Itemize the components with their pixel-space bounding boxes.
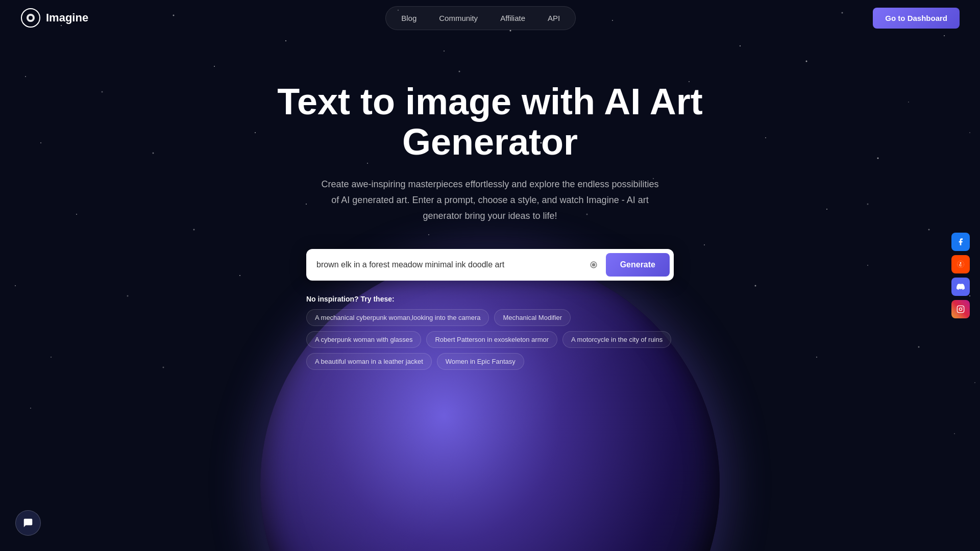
tags-row: A mechanical cyberpunk woman,looking int… [306, 309, 674, 370]
svg-point-63 [959, 308, 962, 310]
logo-icon [20, 8, 41, 28]
reddit-button[interactable]: r/ [951, 255, 970, 273]
logo-text: Imagine [46, 11, 88, 24]
mic-icon[interactable] [585, 257, 602, 273]
discord-button[interactable] [951, 278, 970, 296]
svg-point-64 [962, 307, 963, 308]
svg-point-48 [30, 408, 31, 409]
nav-community[interactable]: Community [430, 10, 487, 27]
tag-1[interactable]: Mechanical Modifier [494, 309, 571, 326]
search-input[interactable] [316, 260, 585, 269]
dashboard-button[interactable]: Go to Dashboard [873, 8, 960, 29]
generate-button[interactable]: Generate [606, 253, 670, 277]
svg-point-54 [592, 264, 595, 266]
tag-6[interactable]: Women in Epic Fantasy [437, 353, 524, 370]
svg-point-49 [954, 433, 955, 434]
svg-point-45 [974, 382, 975, 383]
hero-subtitle: Create awe-inspiring masterpieces effort… [316, 177, 664, 223]
search-box: Generate [306, 249, 674, 281]
tag-2[interactable]: A cyberpunk woman with glasses [306, 331, 421, 348]
instagram-button[interactable] [951, 300, 970, 318]
facebook-button[interactable] [951, 233, 970, 251]
social-sidebar: r/ [951, 233, 970, 318]
svg-rect-62 [957, 306, 964, 312]
tag-3[interactable]: Robert Patterson in exoskeleton armor [426, 331, 557, 348]
nav-affiliate[interactable]: Affiliate [491, 10, 534, 27]
chat-button[interactable] [15, 510, 41, 536]
hero-headline: Text to image with AI Art Generator [277, 82, 702, 162]
nav-links: Blog Community Affiliate API [385, 6, 576, 30]
tag-5[interactable]: A beautiful woman in a leather jacket [306, 353, 432, 370]
nav-api[interactable]: API [538, 10, 569, 27]
nav-blog[interactable]: Blog [392, 10, 426, 27]
svg-point-58 [961, 265, 962, 265]
logo[interactable]: Imagine [20, 8, 88, 28]
svg-point-52 [29, 16, 33, 20]
tag-4[interactable]: A motorcycle in the city of ruins [562, 331, 671, 348]
main-content: Text to image with AI Art Generator Crea… [0, 41, 980, 370]
tag-0[interactable]: A mechanical cyberpunk woman,looking int… [306, 309, 489, 326]
search-icons [585, 257, 602, 273]
inspiration-row: No inspiration? Try these: A mechanical … [306, 295, 674, 370]
inspiration-label: No inspiration? Try these: [306, 295, 674, 303]
navbar: Imagine Blog Community Affiliate API Go … [0, 0, 980, 36]
